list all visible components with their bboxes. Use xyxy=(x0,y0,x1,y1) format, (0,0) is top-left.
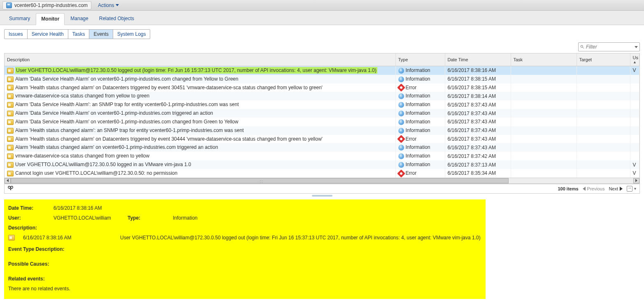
row-description: Alarm 'Health status changed alarm' on v… xyxy=(15,144,218,150)
col-task[interactable]: Task xyxy=(511,53,577,66)
export-icon[interactable] xyxy=(627,186,632,192)
row-type: Information xyxy=(406,76,430,82)
row-user xyxy=(630,100,639,109)
event-icon xyxy=(7,111,14,116)
event-icon xyxy=(7,145,14,151)
filter-box[interactable] xyxy=(578,42,640,51)
info-icon xyxy=(398,128,404,134)
info-icon xyxy=(398,68,404,74)
row-description: Cannot login user VGHETTO.LOCAL\william@… xyxy=(15,170,177,176)
scroll-thumb[interactable]: :: xyxy=(11,178,509,183)
search-icon xyxy=(580,44,584,49)
detail-no-related: There are no related events. xyxy=(8,286,481,292)
chevron-down-icon xyxy=(116,4,119,6)
chevron-down-icon[interactable] xyxy=(635,46,638,48)
detail-desc-datetime: 6/16/2017 8:38:16 AM xyxy=(23,235,114,241)
detail-desc-text: User VGHETTO.LOCAL\william@172.30.0.50 l… xyxy=(120,235,481,241)
subtab-events[interactable]: Events xyxy=(89,29,113,39)
row-target xyxy=(577,83,630,92)
table-row[interactable]: vmware-dataservice-sca status changed fr… xyxy=(5,152,639,160)
table-row[interactable]: Cannot login user VGHETTO.LOCAL\william@… xyxy=(5,169,639,178)
tab-monitor[interactable]: Monitor xyxy=(36,13,65,25)
table-row[interactable]: Alarm 'Health status changed alarm' on D… xyxy=(5,83,639,92)
row-task xyxy=(511,109,577,118)
row-user xyxy=(630,135,639,144)
row-task xyxy=(511,143,577,152)
row-task xyxy=(511,152,577,160)
row-task xyxy=(511,169,577,178)
info-icon xyxy=(398,76,404,82)
row-datetime: 6/16/2017 8:37:43 AM xyxy=(445,135,511,144)
svg-line-5 xyxy=(11,188,11,190)
row-target xyxy=(577,75,630,83)
host-crumb[interactable]: vcenter60-1.primp-industries.com xyxy=(2,1,91,9)
actions-menu[interactable]: Actions xyxy=(95,2,122,9)
event-icon xyxy=(7,76,14,82)
find-icon[interactable] xyxy=(8,185,14,191)
col-description[interactable]: Description xyxy=(5,53,395,66)
event-icon xyxy=(7,162,14,168)
next-page[interactable]: Next xyxy=(609,186,623,191)
col-target[interactable]: Target xyxy=(577,53,630,66)
row-type: Information xyxy=(406,93,430,99)
row-datetime: 6/16/2017 8:37:43 AM xyxy=(445,100,511,109)
row-type: Error xyxy=(406,85,417,90)
info-icon xyxy=(398,145,404,151)
subtab-system-logs[interactable]: System Logs xyxy=(113,29,150,39)
row-user xyxy=(630,152,639,160)
row-target xyxy=(577,66,630,75)
triangle-left-icon xyxy=(583,187,586,191)
grid-footer: 100 items Previous Next ▾ xyxy=(5,184,639,193)
table-row[interactable]: Alarm 'Data Service Health Alarm' on vce… xyxy=(5,109,639,118)
table-row[interactable]: Alarm 'Data Service Health Alarm': an SN… xyxy=(5,100,639,109)
row-datetime: 6/16/2017 8:37:42 AM xyxy=(445,152,511,160)
svg-point-2 xyxy=(8,186,10,188)
detail-datetime-label: Date Time: xyxy=(8,205,45,211)
row-datetime: 6/16/2017 8:38:14 AM xyxy=(445,92,511,100)
row-type: Information xyxy=(406,127,430,133)
event-icon xyxy=(7,128,14,134)
table-row[interactable]: vmware-dataservice-sca status changed fr… xyxy=(5,92,639,100)
table-row[interactable]: Alarm 'Data Service Health Alarm' on vce… xyxy=(5,75,639,83)
table-row[interactable]: User VGHETTO.LOCAL\william@172.30.0.50 l… xyxy=(5,66,639,75)
col-user[interactable]: Us▲ xyxy=(630,53,639,66)
svg-point-0 xyxy=(581,45,583,47)
row-task xyxy=(511,75,577,83)
scroll-right-button[interactable] xyxy=(633,178,639,183)
info-icon xyxy=(398,162,404,168)
row-task xyxy=(511,160,577,169)
table-row[interactable]: User VGHETTO.LOCAL\william@172.30.0.50 l… xyxy=(5,160,639,169)
row-type: Information xyxy=(406,153,430,159)
subtab-issues[interactable]: Issues xyxy=(4,29,28,39)
splitter[interactable] xyxy=(0,194,644,198)
table-row[interactable]: Alarm 'Health status changed alarm': an … xyxy=(5,126,639,135)
event-icon xyxy=(7,93,14,99)
col-type[interactable]: Type xyxy=(395,53,445,66)
row-description: Alarm 'Data Service Health Alarm' on vce… xyxy=(15,119,238,125)
row-task xyxy=(511,126,577,135)
tab-summary[interactable]: Summary xyxy=(4,13,35,25)
prev-page[interactable]: Previous xyxy=(583,186,605,191)
detail-related-events-label: Related events: xyxy=(8,276,481,282)
row-type: Information xyxy=(406,110,430,116)
row-type: Error xyxy=(406,170,417,176)
row-description: Alarm 'Health status changed alarm': an … xyxy=(15,127,244,133)
error-icon xyxy=(397,84,405,92)
table-row[interactable]: Alarm 'Health status changed alarm' on v… xyxy=(5,143,639,152)
subtab-service-health[interactable]: Service Health xyxy=(27,29,68,39)
row-target xyxy=(577,109,630,118)
row-task xyxy=(511,83,577,92)
horiz-scrollbar[interactable]: :: xyxy=(5,178,639,184)
scroll-left-button[interactable] xyxy=(5,178,11,183)
top-bar: vcenter60-1.primp-industries.com Actions xyxy=(0,0,644,11)
col-datetime[interactable]: Date Time xyxy=(445,53,511,66)
table-row[interactable]: Alarm 'Data Service Health Alarm' on vce… xyxy=(5,118,639,126)
tab-related-objects[interactable]: Related Objects xyxy=(94,13,139,25)
subtab-tasks[interactable]: Tasks xyxy=(68,29,90,39)
row-target xyxy=(577,160,630,169)
filter-input[interactable] xyxy=(584,43,633,51)
row-description: User VGHETTO.LOCAL\william@172.30.0.50 l… xyxy=(15,67,377,74)
triangle-right-icon xyxy=(620,187,623,191)
table-row[interactable]: Alarm 'Health status changed alarm' on D… xyxy=(5,135,639,144)
tab-manage[interactable]: Manage xyxy=(65,13,93,25)
